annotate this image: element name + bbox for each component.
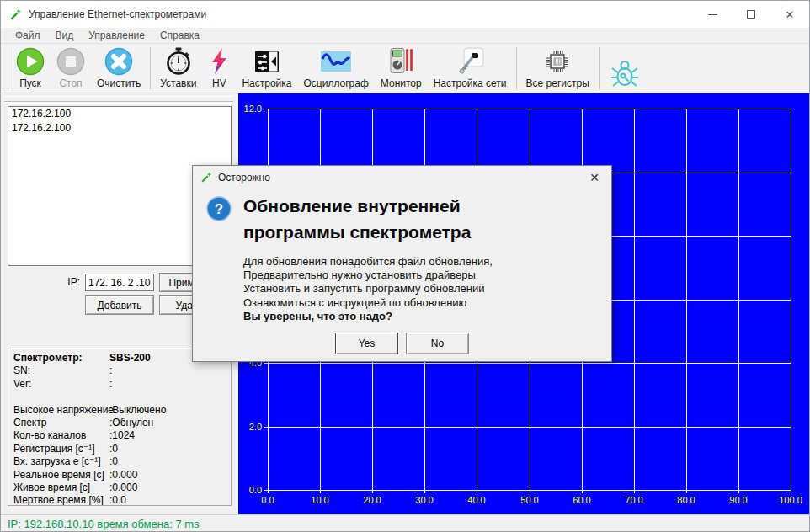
minimize-button[interactable] (693, 1, 732, 28)
toolbar-label: Монитор (381, 77, 422, 89)
info-value: :Обнулен (109, 417, 153, 429)
toolbar-button-debug[interactable] (603, 44, 647, 93)
info-row: Ver:: (13, 378, 231, 391)
x-tick-label: 50.0 (513, 495, 546, 505)
toolbar-label: Осциллограф (304, 77, 369, 89)
dialog-title-bar[interactable]: Осторожно ✕ (193, 166, 611, 189)
x-tick-label: 40.0 (460, 495, 493, 505)
info-row: Мертвое время [%]:0.0 (13, 494, 231, 506)
add-button[interactable]: Добавить (85, 295, 154, 315)
info-label: Реальное время [с] (13, 469, 109, 481)
info-row: Кол-во каналов:1024 (13, 429, 231, 442)
dialog-close-button[interactable]: ✕ (578, 166, 611, 189)
x-tick (424, 490, 425, 493)
y-tick (264, 109, 268, 109)
info-row: Высокое напряжение:Выключено (13, 404, 231, 417)
toolbar-button-oscilloscope[interactable]: Осциллограф (298, 44, 375, 93)
info-value: :1024 (109, 429, 135, 442)
info-row: Спектр:Обнулен (13, 417, 231, 429)
toolbar-label: Пуск (19, 77, 41, 89)
info-label: Спектр (13, 417, 109, 429)
menu-item-file[interactable]: Файл (8, 29, 48, 41)
question-icon: ? (206, 196, 232, 225)
info-label: Ver: (13, 378, 109, 391)
toolbar-button-all-registers[interactable]: Все регистры (520, 44, 595, 93)
no-button[interactable]: No (406, 332, 469, 354)
x-tick-label: 30.0 (408, 495, 441, 505)
app-wand-icon (9, 8, 22, 21)
x-tick (582, 490, 583, 493)
info-row: Живое время [с]:0.000 (13, 481, 231, 494)
toolbar-button-network-settings[interactable]: Настройка сети (428, 44, 513, 93)
key-icon (455, 46, 485, 77)
toolbar-button-settings[interactable]: Настройка (236, 44, 297, 93)
tuner-icon (253, 46, 280, 77)
info-label: Регистрация [с⁻¹] (13, 443, 109, 455)
ip-input[interactable] (85, 274, 154, 291)
yes-button[interactable]: Yes (335, 332, 398, 354)
x-tick (686, 490, 687, 493)
toolbar-button-start[interactable]: Пуск (10, 44, 51, 93)
toolbar-button-clear[interactable]: Очистить (91, 44, 147, 93)
dialog-close-icon: ✕ (589, 171, 600, 184)
gridline-horizontal (268, 109, 791, 109)
x-tick-label: 20.0 (355, 495, 389, 505)
x-tick (738, 490, 739, 493)
dialog-body-text: Для обновления понадобится файл обновлен… (243, 255, 493, 323)
info-label: Спектрометр: (13, 352, 109, 364)
x-tick-label: 60.0 (565, 495, 599, 505)
toolbar-grip[interactable] (3, 47, 8, 89)
info-value: :0 (109, 455, 118, 468)
y-tick-label: 2.0 (238, 422, 262, 432)
x-tick (791, 490, 791, 493)
x-tick-label: 100.0 (774, 495, 807, 505)
maximize-button[interactable] (732, 1, 770, 28)
toolbar-button-monitor[interactable]: Монитор (375, 44, 428, 93)
info-label: Вх. загрузка е [с⁻¹] (13, 455, 109, 468)
dialog-text-line: Установить и запустить программу обновле… (243, 282, 493, 295)
window-controls: ✕ (693, 1, 809, 28)
close-button[interactable]: ✕ (770, 1, 809, 28)
info-value: :Выключено (109, 404, 166, 417)
menu-item-help[interactable]: Справка (152, 29, 207, 41)
device-list-item[interactable]: 172.16.2.100 (8, 121, 231, 136)
x-tick-label: 10.0 (303, 495, 337, 505)
close-icon: ✕ (786, 8, 795, 21)
toolbar-label: Очистить (97, 77, 141, 89)
info-label: SN: (13, 364, 109, 377)
menu-item-view[interactable]: Вид (48, 29, 82, 41)
chip-icon (543, 46, 572, 77)
title-bar[interactable]: Управление Ethernet-спектрометрами ✕ (1, 1, 809, 28)
toolbar-button-hv[interactable]: HV (202, 44, 236, 93)
toolbar-label: Настройка сети (434, 77, 507, 89)
status-text: IP: 192.168.10.10 время обмена: 7 ms (8, 518, 200, 530)
stopwatch-icon (165, 46, 192, 77)
menu-item-control[interactable]: Управление (81, 29, 152, 41)
toolbar-label: Все регистры (526, 77, 589, 89)
toolbar-button-setpoints[interactable]: Уставки (154, 44, 202, 93)
info-label: Высокое напряжение (13, 404, 109, 417)
panel-grip[interactable] (4, 96, 233, 102)
gridline-horizontal (268, 427, 791, 428)
info-label: Кол-во каналов (13, 429, 109, 442)
info-row: Реальное время [с]:0.000 (13, 469, 231, 481)
device-list-item[interactable]: 172.16.2.100 (8, 107, 231, 121)
play-icon (16, 46, 45, 77)
toolbar-label: Стоп (59, 77, 82, 89)
clear-icon (104, 46, 133, 77)
x-tick-label: 80.0 (669, 495, 703, 505)
toolbar: ПускСтопОчиститьУставкиHVНастройкаОсцилл… (1, 43, 809, 93)
dialog-title: Осторожно (218, 172, 270, 184)
dialog-heading: Обновление внутренней программы спектром… (243, 193, 521, 245)
toolbar-label: HV (212, 77, 226, 89)
info-label: Живое время [с] (13, 481, 109, 494)
multimeter-icon (387, 46, 414, 77)
toolbar-button-stop[interactable]: Стоп (51, 44, 91, 93)
dialog-text-line: Предварительно нужно установить драйверы (243, 269, 493, 282)
info-row: SN:: (13, 364, 231, 377)
dialog-text-line: Для обновления понадобится файл обновлен… (243, 255, 493, 269)
x-tick (477, 490, 477, 493)
x-tick-label: 0.0 (251, 495, 285, 505)
x-tick (268, 490, 269, 493)
maximize-icon (747, 10, 755, 19)
